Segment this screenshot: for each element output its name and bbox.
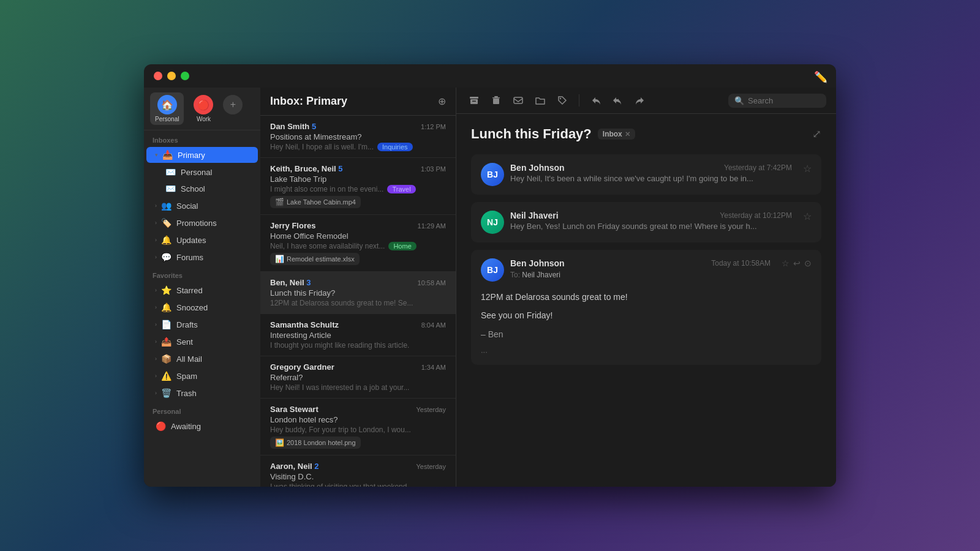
sidebar-item-sent[interactable]: › 📤 Sent xyxy=(146,334,258,350)
account-tab-personal[interactable]: 🏠 Personal xyxy=(150,92,184,125)
thread-header: Lunch this Friday? Inbox ✕ ⤢ xyxy=(471,126,821,142)
sent-label: Sent xyxy=(176,337,193,347)
thread-message: BJ Ben Johnson Yesterday at 7:42PM Hey N… xyxy=(471,154,821,195)
tag-button[interactable] xyxy=(554,92,570,108)
email-time: 10:58 AM xyxy=(418,279,446,287)
reply-button[interactable] xyxy=(588,92,604,108)
email-item[interactable]: Dan Smith 5 1:12 PM Positions at Mimestr… xyxy=(260,116,456,158)
awaiting-icon: 🔴 xyxy=(155,421,166,431)
email-list-header: Inbox: Primary ⊕ xyxy=(260,88,456,116)
thread-message-expanded: BJ Ben Johnson Today at 10:58AM To: Neil… xyxy=(471,250,821,365)
sidebar-item-social[interactable]: › 👥 Social xyxy=(146,198,258,214)
search-input[interactable] xyxy=(748,96,820,105)
sidebar: 🏠 Personal 🔴 Work + Inboxes ▾ 📥 Primary … xyxy=(144,88,260,487)
msg-time: Yesterday at 7:42PM xyxy=(724,163,792,172)
svg-rect-2 xyxy=(472,101,476,102)
star-icon[interactable]: ☆ xyxy=(803,211,812,222)
avatar: BJ xyxy=(481,258,504,282)
email-time: Yesterday xyxy=(416,463,446,470)
starred-label: Starred xyxy=(176,286,203,295)
email-item[interactable]: Keith, Bruce, Neil 5 1:03 PM Lake Tahoe … xyxy=(260,158,456,215)
msg-time: Today at 10:58AM xyxy=(711,259,771,268)
main-layout: 🏠 Personal 🔴 Work + Inboxes ▾ 📥 Primary … xyxy=(144,88,836,487)
social-icon: 👥 xyxy=(160,201,172,211)
msg-meta: Ben Johnson Yesterday at 7:42PM Hey Neil… xyxy=(510,163,792,183)
avatar: BJ xyxy=(481,163,504,186)
chevron-right-icon: › xyxy=(155,203,157,209)
msg-meta: Ben Johnson Today at 10:58AM To: Neil Jh… xyxy=(510,258,771,279)
awaiting-label: Awaiting xyxy=(171,422,201,431)
star-icon[interactable]: ☆ xyxy=(782,258,790,268)
chevron-right-icon: › xyxy=(155,237,157,243)
archive-button[interactable] xyxy=(466,92,482,108)
sidebar-item-starred[interactable]: › ⭐ Starred xyxy=(146,282,258,298)
move-to-folder-button[interactable] xyxy=(532,92,548,108)
chevron-right-icon: › xyxy=(155,321,157,328)
spam-icon: ⚠️ xyxy=(160,371,172,381)
sidebar-item-promotions[interactable]: › 🏷️ Promotions xyxy=(146,215,258,231)
reply-icon[interactable]: ↩ xyxy=(793,258,801,268)
email-item[interactable]: Ben, Neil 3 10:58 AM Lunch this Friday? … xyxy=(260,272,456,314)
attachment-icon: 🖼️ xyxy=(275,438,284,447)
sidebar-item-personal[interactable]: ✉️ Personal xyxy=(153,164,258,180)
email-item[interactable]: Aaron, Neil 2 Yesterday Visiting D.C. I … xyxy=(260,455,456,487)
sidebar-item-drafts[interactable]: › 📄 Drafts xyxy=(146,317,258,332)
star-icon[interactable]: ☆ xyxy=(803,163,812,174)
msg-body: 12PM at Delarosa sounds great to me! See… xyxy=(481,290,812,341)
avatar: NJ xyxy=(481,211,504,234)
forward-button[interactable] xyxy=(632,92,648,108)
email-item[interactable]: Gregory Gardner 1:34 AM Referral? Hey Ne… xyxy=(260,356,456,399)
email-time: 1:03 PM xyxy=(421,165,446,173)
sidebar-item-all-mail[interactable]: › 📦 All Mail xyxy=(146,351,258,367)
sidebar-item-forums[interactable]: › 💬 Forums xyxy=(146,249,258,265)
thread-message: NJ Neil Jhaveri Yesterday at 10:12PM Hey… xyxy=(471,202,821,242)
sidebar-item-spam[interactable]: › ⚠️ Spam xyxy=(146,368,258,384)
trash-button[interactable] xyxy=(488,92,504,108)
email-item[interactable]: Sara Stewart Yesterday London hotel recs… xyxy=(260,399,456,455)
search-icon: 🔍 xyxy=(734,96,744,105)
updates-label: Updates xyxy=(176,236,206,245)
sidebar-item-primary[interactable]: ▾ 📥 Primary xyxy=(146,147,258,163)
email-sender: Ben, Neil 3 xyxy=(270,278,311,287)
reply-all-button[interactable] xyxy=(610,92,626,108)
chevron-right-icon: › xyxy=(155,339,157,345)
mark-read-button[interactable] xyxy=(510,92,526,108)
msg-time: Yesterday at 10:12PM xyxy=(720,211,792,220)
email-time: Yesterday xyxy=(416,406,446,413)
msg-signature: – Ben xyxy=(481,328,812,341)
expand-icon[interactable]: ⤢ xyxy=(812,127,821,141)
msg-more-button[interactable]: ··· xyxy=(481,347,812,356)
email-sender: Jerry Flores xyxy=(270,221,315,230)
email-attachment: 🎬 Lake Tahoe Cabin.mp4 xyxy=(270,196,361,208)
email-preview: Hey Neil! I was interested in a job at y… xyxy=(270,383,446,392)
sidebar-item-trash[interactable]: › 🗑️ Trash xyxy=(146,385,258,401)
compose-button[interactable]: ✏️ xyxy=(814,70,827,84)
email-subject: Lunch this Friday? xyxy=(270,288,446,298)
add-account-button[interactable]: + xyxy=(223,95,243,114)
msg-sender-name: Ben Johnson xyxy=(510,163,565,173)
minimize-button[interactable] xyxy=(167,72,176,80)
app-window: ✏️ 🏠 Personal 🔴 Work + Inboxes ▾ 📥 xyxy=(144,64,836,487)
sidebar-item-school[interactable]: ✉️ School xyxy=(153,181,258,197)
more-icon[interactable]: ⊙ xyxy=(804,258,812,268)
email-subject: Home Office Remodel xyxy=(270,231,446,241)
email-item[interactable]: Samantha Schultz 8:04 AM Interesting Art… xyxy=(260,314,456,356)
sidebar-item-updates[interactable]: › 🔔 Updates xyxy=(146,232,258,248)
email-item[interactable]: Jerry Flores 11:29 AM Home Office Remode… xyxy=(260,215,456,272)
msg-preview: Hey Ben, Yes! Lunch on Friday sounds gre… xyxy=(510,222,792,231)
maximize-button[interactable] xyxy=(181,72,189,80)
sidebar-item-snoozed[interactable]: › 🔔 Snoozed xyxy=(146,299,258,315)
msg-meta: Neil Jhaveri Yesterday at 10:12PM Hey Be… xyxy=(510,211,792,231)
remove-inbox-tag[interactable]: ✕ xyxy=(625,130,630,138)
email-preview: Hey buddy, For your trip to London, I wo… xyxy=(270,425,446,434)
email-subject: London hotel recs? xyxy=(270,415,446,424)
account-tab-work[interactable]: 🔴 Work xyxy=(189,92,218,125)
email-sender: Sara Stewart xyxy=(270,405,318,414)
msg-actions: ☆ ↩ ⊙ xyxy=(782,258,812,268)
work-account-label: Work xyxy=(197,116,211,122)
chevron-right-icon: › xyxy=(155,304,157,310)
close-button[interactable] xyxy=(154,72,162,80)
sidebar-item-awaiting[interactable]: 🔴 Awaiting xyxy=(146,418,258,434)
forums-label: Forums xyxy=(176,253,203,262)
filter-icon[interactable]: ⊕ xyxy=(438,96,446,107)
